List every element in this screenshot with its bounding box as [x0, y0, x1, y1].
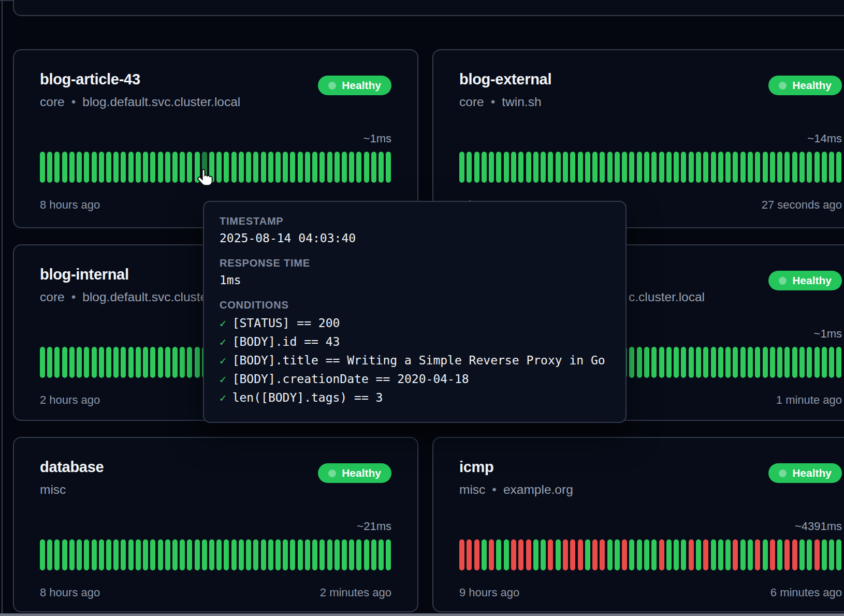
uptime-bar[interactable]: [681, 347, 686, 378]
uptime-bar[interactable]: [836, 152, 841, 183]
uptime-bar[interactable]: [637, 539, 642, 570]
uptime-bar[interactable]: [533, 539, 539, 570]
uptime-bar[interactable]: [763, 539, 768, 570]
uptime-bar[interactable]: [629, 347, 634, 378]
uptime-bar[interactable]: [541, 539, 546, 570]
uptime-bar[interactable]: [585, 152, 590, 183]
uptime-bar[interactable]: [187, 539, 192, 570]
uptime-bar[interactable]: [629, 152, 634, 183]
uptime-bar[interactable]: [77, 347, 82, 378]
uptime-bar[interactable]: [69, 152, 75, 183]
uptime-bar[interactable]: [364, 152, 369, 183]
uptime-bar[interactable]: [312, 539, 317, 570]
uptime-bar[interactable]: [150, 539, 155, 570]
uptime-bar[interactable]: [578, 539, 583, 570]
uptime-bar[interactable]: [253, 152, 258, 183]
uptime-bar[interactable]: [703, 152, 708, 183]
uptime-bar[interactable]: [319, 539, 325, 570]
uptime-bar[interactable]: [578, 152, 583, 183]
uptime-bar[interactable]: [246, 539, 251, 570]
uptime-bar[interactable]: [600, 539, 605, 570]
uptime-bar[interactable]: [298, 152, 303, 183]
uptime-bar[interactable]: [209, 539, 214, 570]
uptime-bar[interactable]: [666, 152, 672, 183]
uptime-bar[interactable]: [40, 152, 45, 183]
uptime-bar[interactable]: [172, 539, 178, 570]
uptime-bar[interactable]: [319, 152, 325, 183]
uptime-bar[interactable]: [92, 347, 97, 378]
uptime-bar[interactable]: [725, 539, 731, 570]
uptime-bar[interactable]: [150, 347, 155, 378]
uptime-bar[interactable]: [829, 347, 834, 378]
uptime-bar[interactable]: [696, 347, 701, 378]
uptime-bar[interactable]: [504, 539, 509, 570]
uptime-bar[interactable]: [165, 347, 170, 378]
uptime-bar[interactable]: [807, 152, 812, 183]
uptime-bar[interactable]: [511, 152, 516, 183]
uptime-bar[interactable]: [615, 152, 620, 183]
uptime-bar[interactable]: [592, 152, 598, 183]
uptime-bar[interactable]: [180, 539, 185, 570]
uptime-bar[interactable]: [784, 152, 790, 183]
uptime-bar[interactable]: [128, 347, 134, 378]
uptime-bar[interactable]: [84, 539, 89, 570]
uptime-bar[interactable]: [607, 152, 613, 183]
uptime-bar[interactable]: [792, 539, 797, 570]
uptime-bar[interactable]: [725, 347, 731, 378]
uptime-bar[interactable]: [770, 152, 775, 183]
uptime-bar-chart[interactable]: [459, 539, 842, 570]
uptime-bar[interactable]: [239, 152, 244, 183]
uptime-bar[interactable]: [570, 152, 575, 183]
uptime-bar[interactable]: [496, 152, 501, 183]
uptime-bar[interactable]: [47, 347, 52, 378]
uptime-bar[interactable]: [158, 539, 163, 570]
uptime-bar[interactable]: [172, 152, 178, 183]
uptime-bar[interactable]: [733, 152, 738, 183]
uptime-bar[interactable]: [121, 539, 126, 570]
uptime-bar[interactable]: [99, 347, 104, 378]
uptime-bar[interactable]: [703, 347, 708, 378]
uptime-bar[interactable]: [666, 347, 672, 378]
uptime-bar[interactable]: [327, 539, 332, 570]
uptime-bar[interactable]: [371, 152, 376, 183]
uptime-bar[interactable]: [180, 152, 185, 183]
uptime-bar[interactable]: [777, 152, 782, 183]
uptime-bar[interactable]: [792, 152, 797, 183]
uptime-bar[interactable]: [563, 152, 568, 183]
uptime-bar[interactable]: [674, 152, 679, 183]
uptime-bar[interactable]: [180, 347, 185, 378]
uptime-bar[interactable]: [165, 539, 170, 570]
uptime-bar[interactable]: [563, 539, 568, 570]
uptime-bar[interactable]: [195, 539, 200, 570]
uptime-bar[interactable]: [290, 152, 295, 183]
uptime-bar[interactable]: [496, 539, 501, 570]
uptime-bar[interactable]: [467, 152, 472, 183]
uptime-bar[interactable]: [651, 539, 657, 570]
uptime-bar[interactable]: [246, 152, 251, 183]
uptime-bar[interactable]: [807, 347, 812, 378]
uptime-bar[interactable]: [600, 152, 605, 183]
uptime-bar[interactable]: [814, 539, 820, 570]
uptime-bar[interactable]: [290, 539, 295, 570]
uptime-bar[interactable]: [136, 347, 141, 378]
uptime-bar[interactable]: [740, 347, 746, 378]
uptime-bar[interactable]: [748, 347, 753, 378]
uptime-bar[interactable]: [659, 539, 664, 570]
service-card-database[interactable]: database Healthy misc ~21ms 8 hours ago …: [13, 437, 418, 612]
uptime-bar[interactable]: [386, 152, 391, 183]
uptime-bar[interactable]: [231, 539, 237, 570]
uptime-bar[interactable]: [622, 539, 627, 570]
uptime-bar[interactable]: [822, 539, 827, 570]
uptime-bar[interactable]: [334, 152, 340, 183]
uptime-bar[interactable]: [77, 539, 82, 570]
uptime-bar[interactable]: [327, 152, 332, 183]
uptime-bar[interactable]: [629, 539, 634, 570]
uptime-bar[interactable]: [459, 152, 464, 183]
uptime-bar[interactable]: [836, 539, 841, 570]
uptime-bar[interactable]: [253, 539, 258, 570]
service-card-partial-top[interactable]: [13, 0, 844, 16]
uptime-bar[interactable]: [84, 152, 89, 183]
uptime-bar[interactable]: [541, 152, 546, 183]
uptime-bar[interactable]: [113, 152, 119, 183]
uptime-bar[interactable]: [150, 152, 155, 183]
